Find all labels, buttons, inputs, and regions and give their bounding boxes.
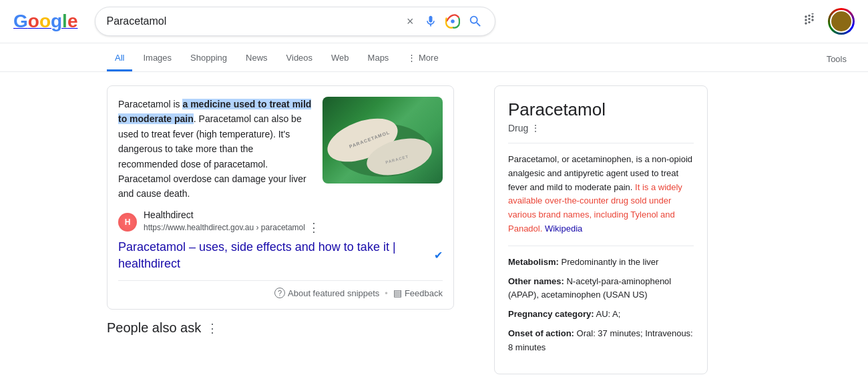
kp-field-metabolism: Metabolism: Predominantly in the liver (508, 256, 694, 270)
result-title-link[interactable]: Paracetamol – uses, side effects and how… (118, 239, 443, 272)
tab-web[interactable]: Web (323, 46, 357, 71)
feedback-icon: ▤ (393, 288, 402, 298)
separator: • (385, 288, 388, 298)
about-snippets-label: About featured snippets (288, 288, 379, 298)
logo-e: e (67, 11, 78, 31)
tab-news[interactable]: News (238, 46, 276, 71)
google-logo[interactable]: Google (13, 11, 84, 32)
svg-point-1 (451, 19, 455, 23)
kp-wikipedia-link[interactable]: Wikipedia (542, 224, 582, 234)
knowledge-panel-box: Paracetamol Drug ⋮ Paracetamol, or aceta… (494, 85, 708, 374)
kp-field-pregnancy: Pregnancy category: AU: A; (508, 308, 694, 322)
question-icon: ? (274, 288, 285, 298)
snippet-text: Paracetamol is a medicine used to treat … (118, 97, 312, 202)
kp-field-label-metabolism: Metabolism: (508, 257, 559, 267)
search-results: Paracetamol is a medicine used to treat … (107, 85, 454, 374)
source-url: https://www.healthdirect.gov.au › parace… (144, 220, 320, 235)
result-title-text: Paracetamol – uses, side effects and how… (118, 239, 430, 272)
logo-o2: o (39, 11, 51, 31)
kp-title: Paracetamol (508, 99, 694, 120)
clear-button[interactable]: × (403, 13, 418, 30)
kp-field-value-pregnancy: AU: A; (596, 309, 621, 319)
kp-divider-2 (508, 246, 694, 246)
account-avatar[interactable] (828, 8, 855, 35)
kp-more-options[interactable]: ⋮ (531, 123, 540, 133)
tab-videos[interactable]: Videos (278, 46, 321, 71)
tab-shopping[interactable]: Shopping (182, 46, 235, 71)
kp-subtitle-text: Drug (508, 123, 528, 133)
snippet-image: PARACETAMOL PARACET (322, 97, 443, 183)
tools-button[interactable]: Tools (819, 47, 855, 71)
kp-field-value-metabolism: Predominantly in the liver (561, 257, 658, 267)
snippet-text-after: . Paracetamol can also be used to treat … (118, 113, 306, 199)
tab-more[interactable]: ⋮ More (399, 46, 446, 71)
lens-button[interactable] (444, 13, 461, 30)
source-info: H Healthdirect https://www.healthdirect.… (118, 210, 443, 235)
people-also-ask: People also ask ⋮ (107, 320, 454, 336)
kp-divider (508, 143, 694, 143)
logo-g: G (13, 11, 28, 31)
header-right (799, 8, 855, 35)
kp-field-onset: Onset of action: Oral: 37 minutes; Intra… (508, 327, 694, 355)
feedback-label: Feedback (405, 288, 443, 298)
knowledge-panel: Paracetamol Drug ⋮ Paracetamol, or aceta… (494, 85, 708, 374)
kp-description: Paracetamol, or acetaminophen, is a non-… (508, 153, 694, 236)
snippet-footer: ? About featured snippets • ▤ Feedback (118, 280, 443, 298)
paa-more-options[interactable]: ⋮ (206, 321, 218, 336)
featured-snippet: Paracetamol is a medicine used to treat … (107, 85, 454, 310)
tab-maps[interactable]: Maps (360, 46, 397, 71)
snippet-text-before: Paracetamol is (118, 99, 182, 109)
feedback-button[interactable]: ▤ Feedback (393, 288, 443, 298)
source-details: Healthdirect https://www.healthdirect.go… (144, 210, 320, 235)
voice-search-button[interactable] (423, 13, 439, 29)
kp-field-label-onset: Onset of action: (508, 328, 574, 338)
logo-g2: g (51, 11, 62, 31)
kp-field-label-other-names: Other names: (508, 276, 564, 286)
avatar-image (830, 10, 853, 33)
search-bar: Paracetamol × (95, 7, 495, 36)
source-name: Healthdirect (144, 210, 320, 220)
kp-field-label-pregnancy: Pregnancy category: (508, 309, 594, 319)
main-content: Paracetamol is a medicine used to treat … (0, 72, 868, 381)
pill-image-svg: PARACETAMOL PARACET (322, 97, 443, 183)
apps-button[interactable] (799, 9, 820, 34)
tab-images[interactable]: Images (135, 46, 180, 71)
header: Google Paracetamol × (0, 0, 868, 43)
about-snippets-button[interactable]: ? About featured snippets (274, 288, 379, 298)
nav-tabs: All Images Shopping News Videos Web Maps… (0, 43, 868, 72)
logo-o1: o (28, 11, 39, 31)
logo-l: l (62, 11, 67, 31)
source-more-options[interactable]: ⋮ (308, 220, 320, 235)
paa-header: People also ask ⋮ (107, 320, 454, 336)
kp-field-other-names: Other names: N-acetyl-para-aminophenol (… (508, 275, 694, 303)
snippet-content: Paracetamol is a medicine used to treat … (118, 97, 443, 202)
search-button[interactable] (467, 13, 484, 30)
verified-badge-icon: ✔ (434, 248, 443, 263)
tab-all[interactable]: All (107, 46, 132, 71)
source-favicon: H (118, 213, 137, 232)
search-input[interactable]: Paracetamol (106, 15, 397, 27)
paa-title: People also ask (107, 320, 201, 336)
kp-subtitle: Drug ⋮ (508, 123, 694, 133)
